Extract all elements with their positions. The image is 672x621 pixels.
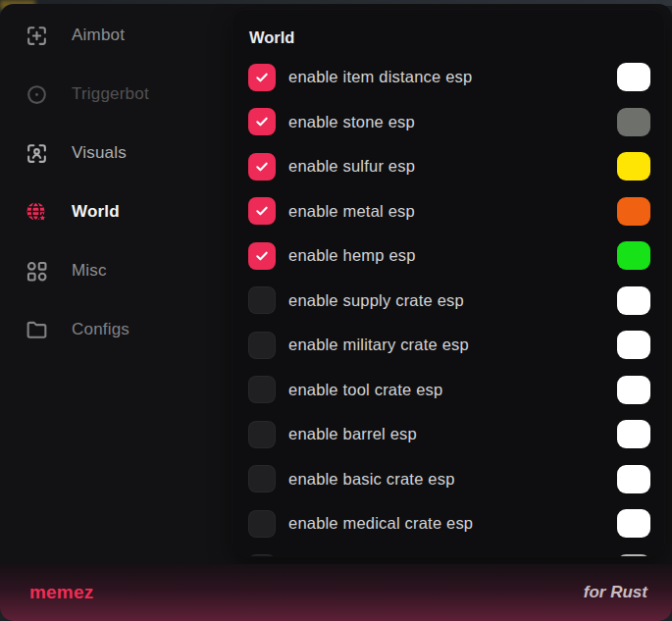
esp-row-label: enable metal esp [288,202,617,221]
esp-row: enable basic crate esp [233,457,664,502]
color-swatch[interactable] [617,331,650,359]
esp-row-label: enable sulfur esp [288,157,617,176]
esp-checkbox[interactable] [248,332,276,359]
color-swatch[interactable] [617,197,650,226]
sidebar-item-world[interactable]: World [0,182,233,241]
esp-row-label: enable supply crate esp [288,291,617,310]
esp-row: enable supply crate esp [233,279,664,324]
panel-title: World [249,20,664,55]
esp-checkbox[interactable] [248,242,276,270]
sidebar-item-label: Triggerbot [72,84,149,104]
esp-row: enable tool crate esp [233,368,664,413]
esp-checkbox[interactable] [248,554,276,556]
sidebar: AimbotTriggerbotVisualsWorldMiscConfigs [0,4,233,564]
esp-row: enable metal esp [233,189,664,234]
color-swatch[interactable] [617,465,650,493]
esp-row: enable stone esp [233,100,664,145]
color-swatch[interactable] [617,241,650,270]
sidebar-item-misc[interactable]: Misc [0,241,233,300]
esp-rows: enable item distance espenable stone esp… [233,55,664,556]
esp-row: enable barrel esp [233,412,664,457]
brand-suffix: for Rust [584,583,647,602]
main-area: AimbotTriggerbotVisualsWorldMiscConfigs … [0,4,672,564]
sidebar-item-label: Misc [72,261,107,281]
esp-row-label: enable stone esp [288,113,617,131]
footer: memez for Rust [0,564,672,621]
esp-checkbox[interactable] [248,286,276,314]
esp-row-label: enable military crate esp [288,336,617,354]
color-swatch[interactable] [617,108,650,136]
check-icon [254,114,270,129]
esp-checkbox[interactable] [248,108,276,135]
color-swatch[interactable] [617,286,650,315]
esp-checkbox[interactable] [248,421,276,448]
sidebar-item-label: Aimbot [72,26,125,45]
world-panel: World enable item distance espenable sto… [233,10,664,556]
esp-row: enable medical crate esp [233,501,664,546]
esp-row-partial [233,546,664,557]
color-swatch[interactable] [617,554,650,556]
esp-row-label: enable tool crate esp [288,381,617,399]
color-swatch[interactable] [617,63,650,91]
sidebar-item-configs[interactable]: Configs [0,300,233,359]
esp-row-label: enable medical crate esp [288,514,617,533]
sidebar-item-triggerbot[interactable]: Triggerbot [0,65,233,124]
esp-row-label: enable item distance esp [288,68,617,86]
esp-row: enable item distance esp [233,55,664,100]
esp-checkbox[interactable] [248,153,276,181]
aimbot-crosshair-icon [25,24,49,48]
esp-row-label: enable hemp esp [288,246,617,265]
triggerbot-circle-icon [25,82,49,107]
esp-row: enable sulfur esp [233,144,664,189]
visuals-scan-icon [25,141,49,166]
misc-shapes-icon [25,259,49,284]
sidebar-item-aimbot[interactable]: Aimbot [0,6,233,65]
esp-row-label: enable basic crate esp [288,470,617,489]
esp-row: enable hemp esp [233,233,664,279]
cheat-menu-window: AimbotTriggerbotVisualsWorldMiscConfigs … [0,4,672,621]
world-globe-icon [25,200,49,225]
color-swatch[interactable] [617,509,650,538]
configs-folder-icon [25,318,49,342]
sidebar-item-visuals[interactable]: Visuals [0,124,233,182]
esp-checkbox[interactable] [248,465,276,492]
esp-checkbox[interactable] [248,376,276,403]
esp-checkbox[interactable] [248,64,276,91]
color-swatch[interactable] [617,420,650,448]
check-icon [254,70,270,85]
esp-checkbox[interactable] [248,510,276,538]
sidebar-item-label: World [72,202,120,222]
esp-row: enable military crate esp [233,323,664,368]
color-swatch[interactable] [617,152,650,181]
check-icon [254,203,270,219]
check-icon [254,159,270,175]
esp-checkbox[interactable] [248,197,276,225]
esp-row-label: enable barrel esp [288,425,617,443]
color-swatch[interactable] [617,376,650,404]
check-icon [254,248,270,264]
sidebar-item-label: Configs [72,320,129,339]
brand-logo: memez [29,582,93,603]
sidebar-item-label: Visuals [72,143,127,163]
